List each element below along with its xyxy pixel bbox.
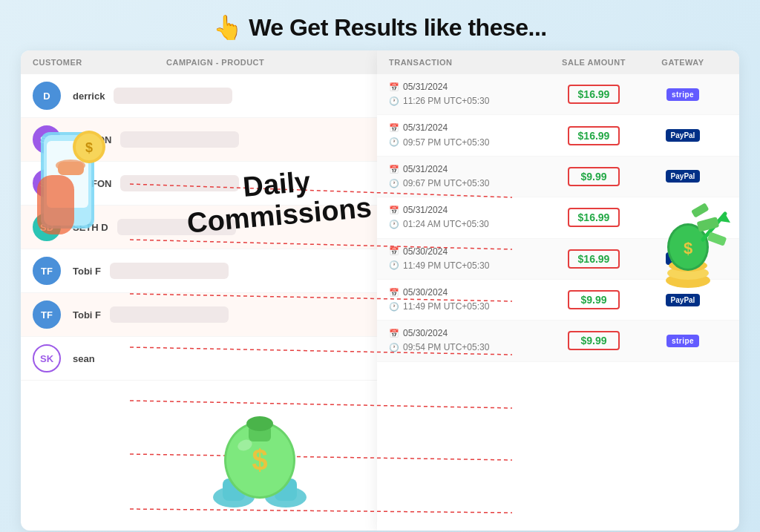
col-sale-amount: SALE AMOUNT <box>549 58 638 67</box>
col-campaign: CAMPAIGN - PRODUCT <box>166 58 365 67</box>
campaign-bar <box>114 88 232 104</box>
paypal-badge: PayPal <box>666 170 701 183</box>
transaction-row: 📅05/30/2024 🕐11:49 PM UTC+05:30 $9.99 Pa… <box>377 280 739 321</box>
title-text: We Get Results like these... <box>249 14 547 41</box>
customer-name: Tobi F <box>73 309 101 321</box>
transaction-row: 📅05/31/2024 🕐11:26 PM UTC+05:30 $16.99 s… <box>377 74 739 115</box>
page-wrapper: 👆 We Get Results like these... CUSTOMER … <box>0 0 760 532</box>
amount-box: $16.99 <box>568 249 620 269</box>
transaction-date: 📅05/31/2024 🕐09:67 PM UTC+05:30 <box>389 162 549 191</box>
stripe-badge: stripe <box>666 88 699 101</box>
transaction-date: 📅05/31/2024 🕐11:26 PM UTC+05:30 <box>389 80 549 108</box>
gateway-badge: PayPal <box>638 170 727 183</box>
clock-icon: 🕐 <box>389 177 399 191</box>
calendar-icon: 📅 <box>389 122 399 135</box>
sale-amount: $9.99 <box>549 331 638 350</box>
paypal-badge: PayPal <box>666 252 701 265</box>
calendar-icon: 📅 <box>389 204 399 217</box>
amount-box: $16.99 <box>568 126 620 145</box>
amount-box: $9.99 <box>568 331 620 350</box>
clock-icon: 🕐 <box>389 301 399 314</box>
customer-panel: CUSTOMER CAMPAIGN - PRODUCT D derrick SC… <box>21 50 377 531</box>
amount-box: $9.99 <box>568 290 620 309</box>
content-area: CUSTOMER CAMPAIGN - PRODUCT D derrick SC… <box>0 50 760 531</box>
clock-icon: 🕐 <box>389 136 399 149</box>
amount-box: $16.99 <box>568 85 620 104</box>
customer-row: TF Tobi F <box>21 293 377 337</box>
gateway-badge: stripe <box>638 88 727 101</box>
clock-icon: 🕐 <box>389 341 399 355</box>
transaction-row: 📅05/31/2024 🕐01:24 AM UTC+05:30 $16.99 <box>377 197 739 238</box>
customer-row: D derrick <box>21 74 377 118</box>
calendar-icon: 📅 <box>389 245 399 258</box>
transaction-row: 📅05/31/2024 🕐09:67 PM UTC+05:30 $9.99 Pa… <box>377 157 739 197</box>
avatar: SK <box>33 344 61 372</box>
customer-name: derrick <box>73 91 105 102</box>
transaction-date: 📅05/31/2024 🕐09:57 PM UTC+05:30 <box>389 121 549 149</box>
transaction-date: 📅05/30/2024 🕐11:49 PM UTC+05:30 <box>389 286 549 314</box>
transaction-table-header: TRANSACTION SALE AMOUNT GATEWAY <box>377 50 739 74</box>
gateway-badge: stripe <box>638 335 727 347</box>
clock-icon: 🕐 <box>389 95 399 108</box>
amount-box: $16.99 <box>568 208 620 227</box>
campaign-bar <box>120 175 239 191</box>
amount-box: $9.99 <box>568 167 620 186</box>
page-title: 👆 We Get Results like these... <box>0 0 760 50</box>
calendar-icon: 📅 <box>389 286 399 300</box>
avatar: SD <box>33 213 61 241</box>
customer-name: STAFON <box>73 134 111 145</box>
transaction-panel: TRANSACTION SALE AMOUNT GATEWAY 📅05/31/2… <box>377 50 739 531</box>
avatar: TF <box>33 301 61 329</box>
customer-name: Tobi F <box>73 266 101 277</box>
transaction-row: 📅05/30/2024 🕐11:49 PM UTC+05:30 $16.99 P… <box>377 239 739 280</box>
customer-row: SK sean <box>21 337 377 381</box>
transaction-row: 📅05/31/2024 🕐09:57 PM UTC+05:30 $16.99 P… <box>377 115 739 156</box>
col-customer: CUSTOMER <box>33 58 166 67</box>
campaign-bar <box>110 306 229 323</box>
col-gateway: GATEWAY <box>638 58 727 67</box>
col-transaction: TRANSACTION <box>389 58 549 67</box>
sale-amount: $16.99 <box>549 249 638 269</box>
gateway-badge: PayPal <box>638 294 727 306</box>
calendar-icon: 📅 <box>389 163 399 177</box>
calendar-icon: 📅 <box>389 327 399 341</box>
sale-amount: $9.99 <box>549 290 638 309</box>
avatar: SC <box>33 169 61 197</box>
transaction-date: 📅05/30/2024 🕐11:49 PM UTC+05:30 <box>389 245 549 273</box>
campaign-bar <box>120 131 239 148</box>
gateway-badge: PayPal <box>638 129 727 142</box>
title-emoji: 👆 <box>213 14 243 41</box>
avatar: SC <box>33 125 61 154</box>
transaction-date: 📅05/31/2024 🕐01:24 AM UTC+05:30 <box>389 203 549 231</box>
clock-icon: 🕐 <box>389 218 399 231</box>
stripe-badge: stripe <box>666 335 699 347</box>
customer-name: sean <box>73 353 95 364</box>
customer-name: STAFON <box>73 178 111 189</box>
avatar: TF <box>33 257 61 285</box>
campaign-bar <box>110 263 229 279</box>
sale-amount: $9.99 <box>549 167 638 186</box>
clock-icon: 🕐 <box>389 259 399 272</box>
customer-row: TF Tobi F <box>21 249 377 293</box>
transaction-row: 📅05/30/2024 🕐09:54 PM UTC+05:30 $9.99 st… <box>377 321 739 361</box>
paypal-badge: PayPal <box>666 129 701 142</box>
transaction-date: 📅05/30/2024 🕐09:54 PM UTC+05:30 <box>389 326 549 355</box>
customer-name: SETH D <box>73 222 108 233</box>
paypal-badge: PayPal <box>666 294 701 306</box>
gateway-badge: PayPal <box>638 252 727 265</box>
calendar-icon: 📅 <box>389 81 399 94</box>
sale-amount: $16.99 <box>549 85 638 104</box>
sale-amount: $16.99 <box>549 208 638 227</box>
customer-table-header: CUSTOMER CAMPAIGN - PRODUCT <box>21 50 377 74</box>
avatar: D <box>33 82 61 110</box>
customer-row: SC STAFON <box>21 118 377 162</box>
sale-amount: $16.99 <box>549 126 638 145</box>
customer-row: SD SETH D <box>21 206 377 249</box>
customer-row: SC STAFON <box>21 162 377 206</box>
campaign-bar <box>117 219 236 235</box>
